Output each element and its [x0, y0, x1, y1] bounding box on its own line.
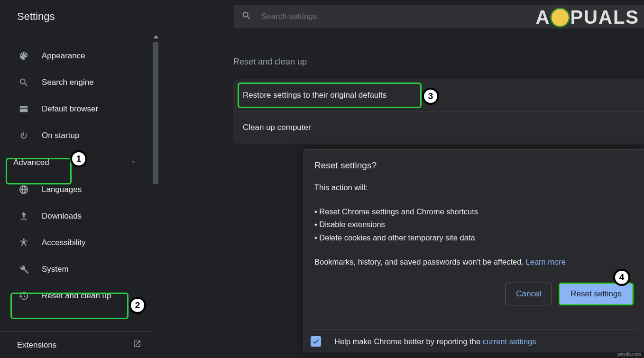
sidebar-item-label: Accessibility	[42, 238, 86, 248]
sidebar: Appearance Search engine Default browser…	[0, 33, 159, 358]
cleanup-computer-row[interactable]: Clean up computer	[233, 111, 644, 144]
scroll-up-icon	[154, 35, 158, 38]
section-title: Reset and clean up	[233, 57, 307, 67]
restore-defaults-row[interactable]: Restore settings to their original defau…	[233, 79, 644, 111]
reset-settings-button[interactable]: Reset settings	[559, 283, 634, 305]
sidebar-item-label: On startup	[42, 131, 79, 140]
dialog-bullet: • Delete cookies and other temporary sit…	[314, 231, 634, 244]
current-settings-link[interactable]: current settings	[483, 337, 536, 346]
search-input[interactable]	[261, 12, 451, 21]
sidebar-item-reset[interactable]: Reset and clean up	[0, 283, 152, 309]
sidebar-item-label: Languages	[42, 185, 82, 194]
dialog-intro: This action will:	[314, 181, 634, 194]
open-external-icon	[133, 340, 141, 350]
dialog-body: This action will: • Reset Chrome setting…	[314, 181, 634, 268]
sidebar-item-label: Default browser	[42, 104, 98, 114]
sidebar-item-default-browser[interactable]: Default browser	[0, 96, 152, 122]
sidebar-item-search-engine[interactable]: Search engine	[0, 69, 152, 96]
search-icon	[17, 77, 30, 88]
advanced-section-header[interactable]: Advanced	[7, 151, 144, 174]
dialog-bullet: • Reset Chrome settings and Chrome short…	[314, 205, 634, 218]
chevron-up-icon	[130, 158, 137, 167]
scrollbar-thumb[interactable]	[153, 42, 158, 184]
extensions-label: Extensions	[17, 340, 56, 350]
dialog-actions: Cancel Reset settings	[314, 283, 634, 305]
learn-more-link[interactable]: Learn more	[526, 257, 566, 266]
help-checkbox[interactable]	[311, 336, 321, 347]
sidebar-item-label: Appearance	[42, 51, 85, 61]
download-icon	[17, 211, 30, 221]
sidebar-item-downloads[interactable]: Downloads	[0, 203, 152, 229]
advanced-label: Advanced	[13, 158, 49, 167]
power-icon	[17, 130, 30, 141]
check-icon	[312, 338, 320, 345]
dialog-title: Reset settings?	[314, 160, 634, 171]
sidebar-item-label: Search engine	[42, 78, 94, 87]
help-checkbox-row: Help make Chrome better by reporting the…	[311, 329, 637, 347]
cancel-button[interactable]: Cancel	[505, 283, 552, 305]
dialog-outro: Bookmarks, history, and saved passwords …	[314, 256, 634, 268]
restore-icon	[17, 291, 30, 301]
scrollbar[interactable]	[152, 33, 159, 358]
sidebar-item-appearance[interactable]: Appearance	[0, 43, 152, 69]
cleanup-label: Clean up computer	[243, 123, 311, 132]
wrench-icon	[17, 264, 30, 275]
sidebar-item-system[interactable]: System	[0, 256, 152, 283]
sidebar-item-label: Reset and clean up	[42, 291, 111, 301]
help-checkbox-label: Help make Chrome better by reporting the…	[334, 337, 536, 346]
sidebar-item-label: Downloads	[42, 211, 82, 221]
browser-icon	[17, 104, 30, 114]
restore-defaults-label: Restore settings to their original defau…	[243, 91, 386, 100]
sidebar-item-label: System	[42, 265, 69, 274]
reset-dialog: Reset settings? This action will: • Rese…	[304, 149, 644, 352]
settings-card: Restore settings to their original defau…	[233, 79, 644, 144]
accessibility-icon	[17, 238, 30, 248]
sidebar-item-languages[interactable]: Languages	[0, 176, 152, 203]
search-bar[interactable]	[234, 5, 644, 28]
palette-icon	[17, 51, 30, 61]
search-icon	[241, 10, 252, 23]
sidebar-item-on-startup[interactable]: On startup	[0, 122, 152, 149]
nav-list: Appearance Search engine Default browser…	[0, 43, 152, 309]
page-title: Settings	[17, 10, 55, 23]
globe-icon	[17, 184, 30, 195]
dialog-bullet: • Disable extensions	[314, 218, 634, 231]
sidebar-item-accessibility[interactable]: Accessibility	[0, 229, 152, 256]
sidebar-item-extensions[interactable]: Extensions	[0, 331, 152, 358]
